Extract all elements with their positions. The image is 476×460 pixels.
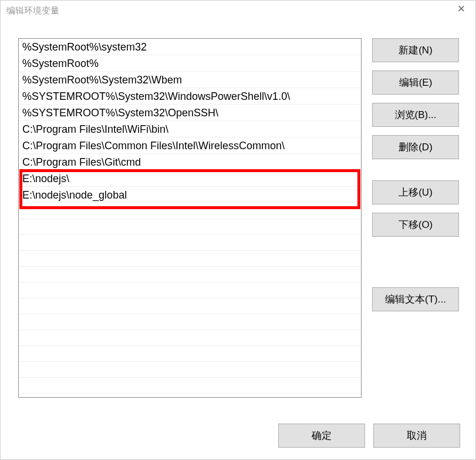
titlebar: 编辑环境变量 × bbox=[1, 1, 475, 21]
list-item-empty[interactable] bbox=[19, 203, 361, 219]
list-item-empty[interactable] bbox=[19, 298, 361, 314]
edit-button[interactable]: 编辑(E) bbox=[372, 70, 459, 95]
browse-button[interactable]: 浏览(B)... bbox=[372, 103, 459, 127]
list-item[interactable]: C:\Program Files\Common Files\Intel\Wire… bbox=[19, 137, 361, 154]
new-button[interactable]: 新建(N) bbox=[372, 38, 459, 62]
list-item-empty[interactable] bbox=[19, 251, 361, 267]
dialog-title: 编辑环境变量 bbox=[6, 5, 59, 16]
list-item-empty[interactable] bbox=[19, 314, 361, 330]
dialog-footer: 确定 取消 bbox=[278, 424, 460, 448]
cancel-button[interactable]: 取消 bbox=[373, 424, 460, 448]
list-item[interactable]: %SystemRoot%\system32 bbox=[19, 39, 361, 55]
movedown-button[interactable]: 下移(O) bbox=[372, 213, 459, 237]
list-item-empty[interactable] bbox=[19, 378, 361, 394]
list-item-empty[interactable] bbox=[19, 267, 361, 283]
list-item-empty[interactable] bbox=[19, 330, 361, 346]
list-item[interactable]: %SYSTEMROOT%\System32\WindowsPowerShell\… bbox=[19, 88, 361, 105]
list-item[interactable]: C:\Program Files\Intel\WiFi\bin\ bbox=[19, 121, 361, 137]
ok-button[interactable]: 确定 bbox=[278, 424, 365, 448]
list-item[interactable]: %SystemRoot%\System32\Wbem bbox=[19, 72, 361, 88]
delete-button[interactable]: 删除(D) bbox=[372, 135, 459, 159]
list-item-empty[interactable] bbox=[19, 283, 361, 298]
list-item-empty[interactable] bbox=[19, 346, 361, 362]
path-listbox[interactable]: %SystemRoot%\system32 %SystemRoot% %Syst… bbox=[18, 38, 362, 398]
list-item[interactable]: %SystemRoot% bbox=[19, 55, 361, 72]
spacer bbox=[372, 167, 459, 172]
close-icon[interactable]: × bbox=[455, 3, 467, 15]
list-item[interactable]: C:\Program Files\Git\cmd bbox=[19, 154, 361, 170]
moveup-button[interactable]: 上移(U) bbox=[372, 180, 459, 204]
dialog-content: %SystemRoot%\system32 %SystemRoot% %Syst… bbox=[1, 21, 475, 409]
edittext-button[interactable]: 编辑文本(T)... bbox=[372, 287, 459, 311]
button-sidebar: 新建(N) 编辑(E) 浏览(B)... 删除(D) 上移(U) 下移(O) 编… bbox=[372, 38, 459, 398]
list-item-empty[interactable] bbox=[19, 235, 361, 251]
list-item-empty[interactable] bbox=[19, 362, 361, 378]
list-item[interactable]: %SYSTEMROOT%\System32\OpenSSH\ bbox=[19, 105, 361, 121]
spacer bbox=[372, 245, 459, 279]
list-item[interactable]: E:\nodejs\node_global bbox=[19, 187, 361, 203]
list-item[interactable]: E:\nodejs\ bbox=[19, 170, 361, 187]
list-item-empty[interactable] bbox=[19, 219, 361, 235]
